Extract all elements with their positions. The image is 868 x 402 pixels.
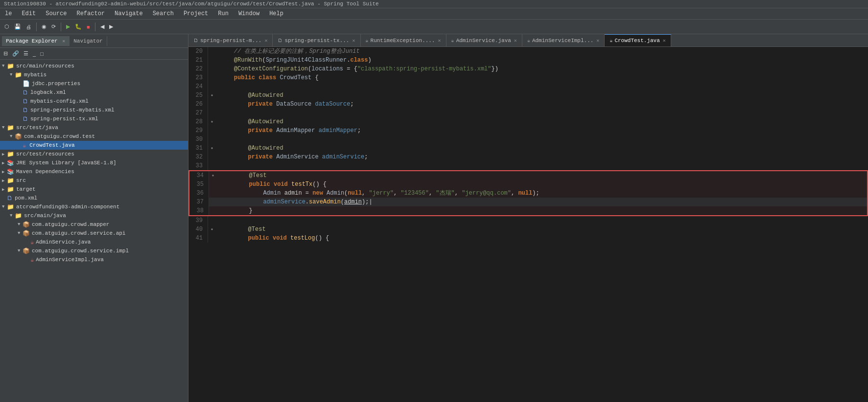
code-line: 25⬥ @Autowired <box>188 91 868 100</box>
toolbar-btn-stop[interactable]: ■ <box>85 23 92 30</box>
tree-item[interactable]: ☕AdminServiceImpl.java <box>0 255 188 264</box>
tab-label: AdminServiceImpl... <box>532 38 593 44</box>
tree-item[interactable]: ▼📁src/main/resources <box>0 62 188 70</box>
line-number: 32 <box>188 153 208 161</box>
code-line: 21 @RunWith(SpringJUnit4ClassRunner.clas… <box>188 56 868 65</box>
sidebar-menu-btn[interactable]: ☰ <box>22 50 30 57</box>
toolbar-btn-back[interactable]: ◀ <box>99 23 106 30</box>
editor-tab[interactable]: ☕CrowdTest.java✕ <box>605 34 671 46</box>
tree-item[interactable]: ▶📁src/test/resources <box>0 150 188 158</box>
toolbar-btn-1[interactable]: ⬡ <box>3 23 11 30</box>
line-number: 35 <box>189 180 209 189</box>
tree-item[interactable]: ▼📁mybatis <box>0 70 188 79</box>
tree-item[interactable]: ▶📁src <box>0 176 188 185</box>
tree-item-label: src/test/java <box>16 125 58 131</box>
tree-item[interactable]: 🗋mybatis-config.xml <box>0 97 188 106</box>
menu-item-help[interactable]: Help <box>264 9 288 18</box>
menu-item-project[interactable]: Project <box>179 9 213 18</box>
editor-tab[interactable]: ☕AdminService.java✕ <box>446 34 522 46</box>
tree-item[interactable]: ▼📦com.atguigu.crowd.service.api <box>0 229 188 238</box>
toolbar-btn-debug[interactable]: 🐛 <box>73 23 83 30</box>
line-content: // 在类上标记必要的注解，Spring整合Junit <box>216 47 868 56</box>
editor-tab[interactable]: ☕AdminServiceImpl...✕ <box>522 34 605 46</box>
tree-item[interactable]: ▼📦com.atguigu.crowd.mapper <box>0 220 188 229</box>
line-content: adminService.saveAdmin(admin);| <box>217 198 867 206</box>
tree-item[interactable]: ☕CrowdTest.java <box>0 141 188 150</box>
tree-item[interactable]: 📄jdbc.properties <box>0 79 188 88</box>
tree-item[interactable]: 🗋spring-persist-mybatis.xml <box>0 106 188 114</box>
menu-item-window[interactable]: Window <box>234 9 264 18</box>
toolbar-btn-5[interactable]: ⟳ <box>50 23 57 30</box>
editor-tab[interactable]: ☕RuntimeException....✕ <box>361 34 446 46</box>
code-line: 22 @ContextConfiguration(locations = {"c… <box>188 65 868 73</box>
code-editor[interactable]: 20 // 在类上标记必要的注解，Spring整合Junit21 @RunWit… <box>188 47 868 402</box>
line-marker: ⬥ <box>208 91 216 100</box>
code-line: 37 adminService.saveAdmin(admin);| <box>189 198 867 206</box>
sidebar-maximize-btn[interactable]: □ <box>39 50 45 57</box>
sidebar-collapse-btn[interactable]: ⊟ <box>2 50 9 57</box>
tab-close-btn[interactable]: ✕ <box>663 38 666 44</box>
toolbar-btn-forward[interactable]: ▶ <box>108 23 115 30</box>
sidebar-tab-package-explorer[interactable]: Package Explorer ✕ <box>2 36 70 46</box>
tree-arrow: ▶ <box>2 187 7 192</box>
code-line: 31⬥ @Autowired <box>188 144 868 153</box>
tree-arrow: ▼ <box>18 222 23 227</box>
code-highlight-block: 34⬥ @Test35 public void testTx() {36 Adm… <box>188 170 868 216</box>
editor-tab[interactable]: 🗋spring-persist-tx...✕ <box>273 34 360 46</box>
tab-label: RuntimeException.... <box>371 38 435 44</box>
tree-item-label: CrowdTest.java <box>28 142 76 148</box>
menu-item-refactor[interactable]: Refactor <box>71 9 110 18</box>
tree-item[interactable]: 🗋spring-persist-tx.xml <box>0 114 188 123</box>
line-number: 28 <box>188 117 208 126</box>
toolbar-btn-4[interactable]: ◉ <box>40 23 48 30</box>
tree-arrow: ▼ <box>2 64 7 68</box>
line-number: 21 <box>188 56 208 65</box>
tab-close-btn[interactable]: ✕ <box>514 38 517 44</box>
tree-item[interactable]: 🗋pom.xml <box>0 194 188 202</box>
sidebar-tab-label: Package Explorer <box>6 38 58 44</box>
tree-item-label: target <box>16 186 36 192</box>
code-lines: 20 // 在类上标记必要的注解，Spring整合Junit21 @RunWit… <box>188 47 868 243</box>
toolbar-btn-3[interactable]: 🖨 <box>24 23 33 30</box>
tree-item-label: JRE System Library [JavaSE-1.8] <box>16 160 117 166</box>
menu-item-navigate[interactable]: Navigate <box>110 9 148 18</box>
editor-tab[interactable]: 🗋spring-persist-m...✕ <box>188 34 273 46</box>
toolbar-btn-run[interactable]: ▶ <box>65 23 71 30</box>
line-content: Admin admin = new Admin(null, "jerry", "… <box>217 189 867 198</box>
code-line: 35 public void testTx() { <box>189 180 867 189</box>
line-number: 27 <box>188 109 208 117</box>
tab-close-btn[interactable]: ✕ <box>264 38 267 44</box>
sidebar-minimize-btn[interactable]: _ <box>31 50 37 57</box>
tree-item[interactable]: ▶📁target <box>0 185 188 194</box>
tree-item[interactable]: 🗋logback.xml <box>0 88 188 97</box>
sidebar-tab-close[interactable]: ✕ <box>62 39 65 44</box>
code-line: 32 private AdminService adminService; <box>188 153 868 161</box>
menu-item-le[interactable]: le <box>0 9 17 18</box>
tab-close-btn[interactable]: ✕ <box>438 38 441 44</box>
menu-item-run[interactable]: Run <box>213 9 234 18</box>
code-line: 23 public class CrowdTest { <box>188 73 868 82</box>
tree-item[interactable]: ▼📦com.atguigu.crowd.service.impl <box>0 246 188 255</box>
menu-item-edit[interactable]: Edit <box>17 9 41 18</box>
code-line: 24 <box>188 82 868 91</box>
tree-item[interactable]: ▶📚Maven Dependencies <box>0 167 188 176</box>
tree-arrow: ▼ <box>10 134 15 139</box>
tree-item-label: src <box>16 178 26 183</box>
line-content: @RunWith(SpringJUnit4ClassRunner.class) <box>216 56 868 65</box>
menu-item-source[interactable]: Source <box>41 9 71 18</box>
tree-file-icon: 📄 <box>23 80 30 88</box>
tree-item[interactable]: ▶📚JRE System Library [JavaSE-1.8] <box>0 158 188 167</box>
code-line: 20 // 在类上标记必要的注解，Spring整合Junit <box>188 47 868 56</box>
toolbar-btn-2[interactable]: 💾 <box>13 23 23 30</box>
tree-item[interactable]: ▼📁src/main/java <box>0 211 188 220</box>
tab-close-btn[interactable]: ✕ <box>352 38 355 44</box>
sidebar-link-btn[interactable]: 🔗 <box>11 50 21 57</box>
line-number: 29 <box>188 126 208 135</box>
tree-item[interactable]: ▼📁src/test/java <box>0 123 188 132</box>
sidebar-tab-navigator[interactable]: Navigator <box>70 36 107 46</box>
tree-item[interactable]: ☕AdminService.java <box>0 238 188 246</box>
menu-item-search[interactable]: Search <box>148 9 179 18</box>
tree-item[interactable]: ▼📁atcrowdfunding03-admin-component <box>0 202 188 211</box>
tab-close-btn[interactable]: ✕ <box>596 38 599 44</box>
tree-item[interactable]: ▼📦com.atguigu.crowd.test <box>0 132 188 141</box>
